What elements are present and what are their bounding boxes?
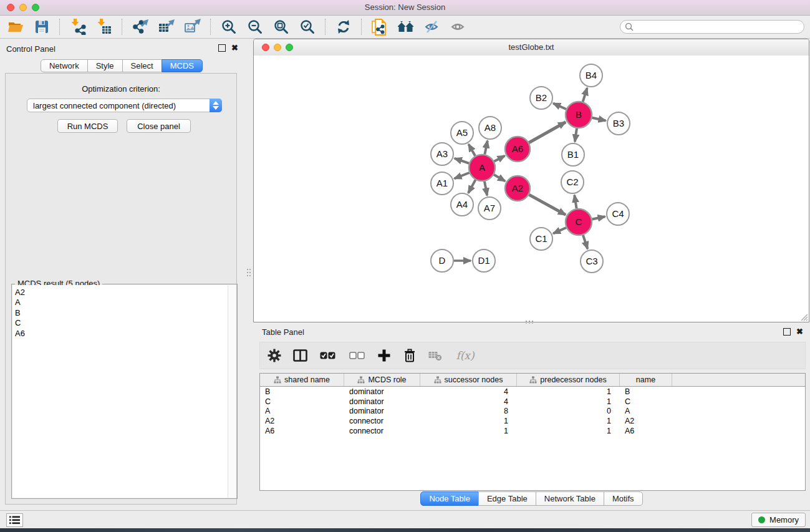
- delete-columns-button[interactable]: [402, 346, 418, 365]
- table-row[interactable]: Cdominator41C: [260, 397, 805, 407]
- mcds-result-list[interactable]: A2ABCA6: [12, 285, 228, 498]
- search-input[interactable]: [636, 21, 804, 33]
- table-cell[interactable]: 1: [517, 397, 620, 406]
- first-neighbors-button[interactable]: [393, 16, 419, 37]
- export-table-button[interactable]: [153, 16, 180, 37]
- edge-A-A6[interactable]: [494, 156, 504, 162]
- edge-A-A3[interactable]: [455, 158, 469, 163]
- export-network-button[interactable]: [127, 16, 153, 37]
- tab-node-table[interactable]: Node Table: [420, 491, 479, 506]
- mcds-result-item[interactable]: A2: [12, 288, 228, 297]
- table-cell[interactable]: C: [260, 397, 344, 406]
- tab-motifs[interactable]: Motifs: [604, 491, 643, 506]
- table-cell[interactable]: 1: [517, 387, 620, 396]
- zoom-out-button[interactable]: [242, 16, 268, 37]
- table-cell[interactable]: 8: [420, 407, 517, 415]
- new-network-from-selection-button[interactable]: [367, 16, 393, 37]
- edge-C-C3[interactable]: [583, 235, 587, 249]
- hide-graphics-details-button[interactable]: [419, 16, 445, 37]
- node-table[interactable]: shared nameMCDS rolesuccessor nodesprede…: [259, 373, 806, 491]
- edge-C-C2[interactable]: [574, 195, 576, 209]
- table-cell[interactable]: 4: [420, 387, 517, 396]
- table-cell[interactable]: 0: [517, 407, 620, 415]
- zoom-fit-button[interactable]: [268, 16, 294, 37]
- task-history-button[interactable]: [6, 513, 23, 527]
- split-table-view-button[interactable]: [292, 346, 308, 365]
- network-window-titlebar[interactable]: testGlobe.txt: [254, 39, 809, 56]
- edge-A-A5[interactable]: [468, 144, 475, 156]
- tab-network-table[interactable]: Network Table: [536, 491, 604, 506]
- table-cell[interactable]: connector: [344, 417, 420, 425]
- edge-B-B2[interactable]: [553, 104, 566, 109]
- column-header-mcds-role[interactable]: MCDS role: [344, 374, 420, 386]
- export-image-button[interactable]: [180, 16, 206, 37]
- result-list-scrollbar[interactable]: [228, 285, 236, 498]
- mcds-result-item[interactable]: C: [12, 318, 228, 328]
- edge-A-A7[interactable]: [485, 181, 487, 196]
- table-cell[interactable]: A2: [260, 417, 344, 425]
- mcds-result-item[interactable]: B: [12, 308, 228, 318]
- tab-edge-table[interactable]: Edge Table: [478, 491, 536, 506]
- column-header-shared-name[interactable]: shared name: [260, 374, 344, 386]
- horizontal-splitter-grip[interactable]: [525, 320, 535, 324]
- open-session-button[interactable]: [2, 16, 29, 37]
- delete-table-button[interactable]: [427, 346, 443, 365]
- mcds-result-item[interactable]: A6: [12, 329, 228, 339]
- close-table-panel-icon[interactable]: ✖: [796, 328, 803, 336]
- table-cell[interactable]: A: [260, 407, 344, 415]
- table-cell[interactable]: C: [620, 397, 672, 406]
- table-row[interactable]: Adominator80A: [260, 407, 805, 417]
- function-builder-button[interactable]: f(x): [453, 346, 478, 365]
- zoom-selected-button[interactable]: [294, 16, 321, 37]
- import-network-button[interactable]: [65, 16, 91, 37]
- edge-A-A8[interactable]: [485, 141, 487, 155]
- column-header-successor-nodes[interactable]: successor nodes: [420, 374, 517, 386]
- table-row[interactable]: A6connector11A6: [260, 426, 805, 436]
- table-cell[interactable]: dominator: [344, 397, 420, 406]
- table-cell[interactable]: 1: [420, 417, 517, 425]
- table-cell[interactable]: 1: [517, 427, 620, 435]
- table-cell[interactable]: dominator: [344, 387, 420, 396]
- network-graph[interactable]: AA1A2A3A4A5A6A7A8BB1B2B3B4CC1C2C3C4DD1: [254, 56, 809, 322]
- column-header-name[interactable]: name: [620, 374, 672, 386]
- tab-style[interactable]: Style: [87, 59, 123, 72]
- deselect-all-rows-button[interactable]: [347, 346, 367, 365]
- window-resize-grip-icon[interactable]: [799, 312, 808, 321]
- criterion-select[interactable]: largest connected component (directed): [27, 99, 222, 112]
- zoom-in-button[interactable]: [216, 16, 242, 37]
- tab-mcds[interactable]: MCDS: [162, 59, 203, 72]
- tab-select[interactable]: Select: [122, 59, 162, 72]
- table-cell[interactable]: 4: [420, 397, 517, 406]
- add-column-button[interactable]: [376, 346, 392, 365]
- table-cell[interactable]: 1: [517, 417, 620, 425]
- refresh-view-button[interactable]: [330, 16, 357, 37]
- close-panel-icon[interactable]: ✖: [231, 44, 238, 52]
- table-cell[interactable]: A2: [620, 417, 672, 425]
- float-panel-icon[interactable]: [218, 44, 226, 52]
- table-cell[interactable]: A6: [620, 427, 672, 435]
- edge-A6-B[interactable]: [529, 122, 566, 143]
- mcds-result-item[interactable]: A: [12, 297, 228, 307]
- show-graphics-details-button[interactable]: [445, 16, 471, 37]
- vertical-splitter-grip[interactable]: [246, 268, 251, 278]
- edge-B-B3[interactable]: [592, 118, 605, 121]
- table-row[interactable]: Bdominator41B: [260, 387, 805, 397]
- run-mcds-button[interactable]: Run MCDS: [57, 119, 118, 133]
- edge-A2-C[interactable]: [529, 195, 566, 215]
- import-table-button[interactable]: [91, 16, 117, 37]
- table-cell[interactable]: A6: [260, 427, 344, 435]
- float-table-panel-icon[interactable]: [783, 328, 791, 336]
- edge-A-A4[interactable]: [468, 180, 475, 193]
- column-settings-button[interactable]: [266, 346, 282, 365]
- memory-button[interactable]: Memory: [751, 513, 806, 527]
- table-row[interactable]: A2connector11A2: [260, 416, 805, 426]
- close-panel-button[interactable]: Close panel: [127, 119, 191, 133]
- edge-B-B1[interactable]: [575, 128, 577, 142]
- network-canvas[interactable]: AA1A2A3A4A5A6A7A8BB1B2B3B4CC1C2C3C4DD1: [254, 56, 809, 322]
- select-all-rows-button[interactable]: [317, 346, 337, 365]
- edge-A-A2[interactable]: [494, 175, 505, 181]
- edge-C-C4[interactable]: [592, 216, 605, 219]
- table-cell[interactable]: connector: [344, 427, 420, 435]
- table-cell[interactable]: B: [620, 387, 672, 396]
- table-cell[interactable]: 1: [420, 427, 517, 435]
